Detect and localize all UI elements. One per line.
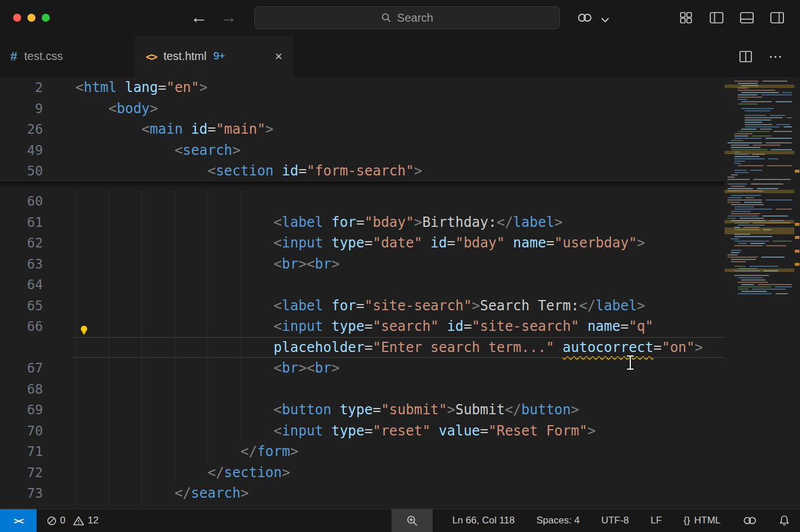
- title-bar: ← → Search: [0, 0, 800, 36]
- line-number: 65: [0, 295, 43, 317]
- code-line[interactable]: 64: [0, 274, 725, 295]
- code-text: </section>: [43, 462, 290, 483]
- minimap-code-line: [731, 204, 764, 205]
- close-tab-icon[interactable]: ×: [275, 50, 282, 63]
- line-number: 50: [0, 161, 43, 182]
- line-number: 66: [0, 316, 43, 337]
- zoom-window-button[interactable]: [42, 14, 50, 22]
- minimap-code-line: [761, 257, 785, 258]
- toggle-primary-sidebar-icon[interactable]: [708, 9, 725, 26]
- minimap-code-line: [750, 243, 765, 244]
- minimap-code-line: [734, 138, 762, 139]
- code-line[interactable]: 65 <label for="site-search">Search Term:…: [0, 295, 725, 317]
- close-window-button[interactable]: [13, 14, 21, 22]
- indent-guide: [142, 316, 142, 337]
- indent-guide: [207, 441, 208, 462]
- code-area[interactable]: 6061 <label for="bday">Birthday:</label>…: [0, 77, 725, 509]
- tab-test-html[interactable]: <> test.html 9+ ×: [135, 35, 293, 77]
- minimap-code-line: [734, 245, 763, 246]
- minimap-code-line: [738, 277, 763, 278]
- code-line[interactable]: 63 <br><br>: [0, 254, 725, 275]
- lightbulb-icon[interactable]: [79, 321, 89, 331]
- problems-indicator[interactable]: 0 12: [45, 509, 101, 532]
- language-label: HTML: [694, 515, 721, 526]
- overview-ruler-warning-mark: [795, 170, 799, 173]
- code-line[interactable]: 72 </section>: [0, 462, 725, 483]
- minimap-code-line: [734, 133, 753, 134]
- minimap-code-line: [734, 163, 741, 164]
- line-number: 62: [0, 233, 43, 254]
- tab-label: test.html: [163, 50, 207, 63]
- code-line[interactable]: 62 <input type="date" id="bday" name="us…: [0, 233, 725, 254]
- overview-ruler-warning-mark: [795, 223, 799, 226]
- minimap-code-line: [734, 236, 773, 237]
- sticky-line[interactable]: 9 <body>: [0, 98, 725, 119]
- encoding-status[interactable]: UTF-8: [599, 509, 631, 532]
- line-number: 2: [0, 77, 43, 98]
- code-text: <main id="main">: [43, 119, 274, 140]
- forward-button[interactable]: →: [217, 5, 240, 30]
- more-actions-icon[interactable]: ⋯: [766, 48, 785, 65]
- code-line[interactable]: 73 </search>: [0, 483, 725, 504]
- chevron-down-icon[interactable]: [597, 11, 614, 29]
- line-number: 63: [0, 254, 43, 275]
- notifications-bell-icon[interactable]: [777, 509, 792, 532]
- minimize-window-button[interactable]: [27, 14, 35, 22]
- vscode-window: ← → Search # test.css: [0, 0, 800, 532]
- line-number: 60: [0, 191, 43, 212]
- minimap-code-line: [775, 293, 788, 294]
- language-mode[interactable]: {} HTML: [681, 509, 723, 532]
- sticky-line[interactable]: 50 <section id="form-search">: [0, 161, 725, 182]
- code-text: <input type="search" id="site-search" na…: [43, 316, 654, 337]
- remote-indicator[interactable]: ><: [0, 509, 37, 532]
- customize-layout-icon[interactable]: [678, 9, 695, 26]
- indent-guide: [109, 483, 109, 504]
- minimap-code-line: [727, 202, 741, 203]
- code-line[interactable]: 66 <input type="search" id="site-search"…: [0, 316, 725, 337]
- sticky-line[interactable]: 49 <search>: [0, 140, 725, 161]
- indent-guide: [75, 421, 76, 442]
- minimap-code-line: [741, 108, 774, 109]
- code-text: </search>: [43, 483, 249, 504]
- sticky-line[interactable]: 2<html lang="en">: [0, 77, 725, 98]
- indentation-status[interactable]: Spaces: 4: [534, 509, 582, 532]
- cursor-position[interactable]: Ln 66, Col 118: [450, 509, 517, 532]
- code-line[interactable]: 71 </form>: [0, 441, 725, 462]
- sticky-scroll[interactable]: 2<html lang="en">9 <body>26 <main id="ma…: [0, 77, 725, 183]
- minimap-code-line: [766, 142, 792, 143]
- indent-guide: [241, 212, 241, 233]
- code-line[interactable]: 68: [0, 379, 725, 400]
- tab-label: test.css: [24, 50, 63, 63]
- minimap-code-line: [734, 241, 769, 242]
- indent-guide: [142, 421, 142, 442]
- copilot-status-icon[interactable]: [740, 509, 759, 532]
- line-number: 72: [0, 462, 43, 483]
- indent-guide: [174, 379, 175, 400]
- minimap-code-line: [745, 197, 754, 198]
- sticky-line[interactable]: 26 <main id="main">: [0, 119, 725, 140]
- indent-guide: [241, 233, 241, 254]
- minimap[interactable]: [725, 77, 800, 509]
- indent-guide: [109, 233, 109, 254]
- tab-test-css[interactable]: # test.css: [0, 35, 135, 77]
- copilot-icon[interactable]: [576, 9, 593, 26]
- back-button[interactable]: ←: [187, 5, 210, 30]
- code-line[interactable]: 60: [0, 191, 725, 212]
- eol-status[interactable]: LF: [649, 509, 665, 532]
- indent-guide: [109, 337, 109, 358]
- command-center-search[interactable]: Search: [254, 6, 560, 29]
- toggle-secondary-sidebar-icon[interactable]: [769, 9, 786, 26]
- split-editor-icon[interactable]: [736, 48, 755, 65]
- code-line[interactable]: 61 <label for="bday">Birthday:</label>: [0, 212, 725, 233]
- code-line[interactable]: placeholder="Enter search term..." autoc…: [0, 337, 725, 358]
- code-line[interactable]: 70 <input type="reset" value="Reset Form…: [0, 421, 725, 442]
- code-line[interactable]: 69 <button type="submit">Submit</button>: [0, 399, 725, 421]
- indent-guide: [75, 191, 76, 212]
- indent-guide: [174, 212, 175, 233]
- toggle-panel-icon[interactable]: [738, 9, 755, 26]
- zoom-indicator[interactable]: [391, 509, 433, 532]
- minimap-code-line: [745, 119, 771, 121]
- minimap-code-line: [775, 286, 792, 287]
- search-placeholder: Search: [397, 11, 433, 25]
- code-line[interactable]: 67 <br><br>: [0, 358, 725, 379]
